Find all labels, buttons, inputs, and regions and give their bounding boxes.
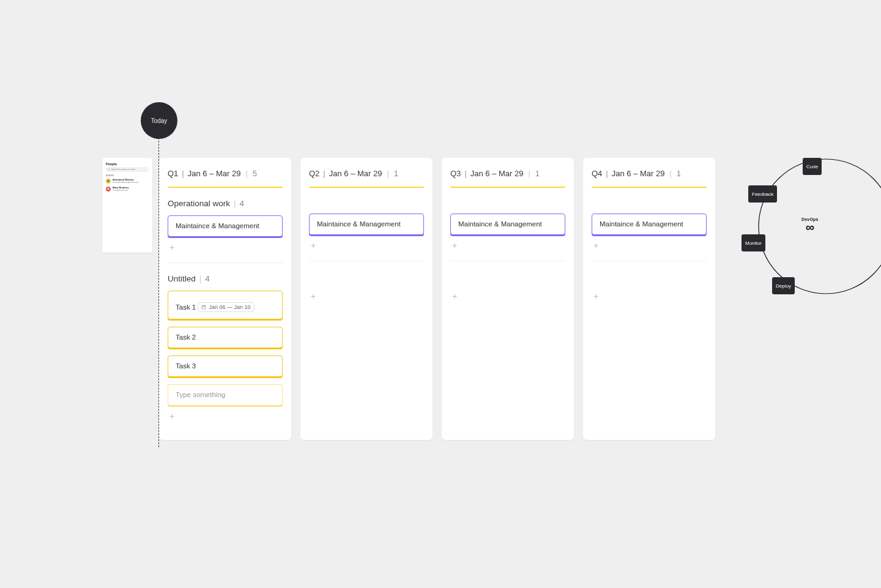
date-range: Jan 6 – Mar 29 <box>188 169 241 178</box>
plus-icon: + <box>311 292 316 300</box>
separator: | <box>525 169 533 178</box>
devops-node-monitor[interactable]: Monitor <box>742 234 765 251</box>
task-card-label: Task 2 <box>176 333 196 341</box>
task-card[interactable]: Maintaince & Management <box>309 214 424 235</box>
plus-icon: + <box>452 292 457 300</box>
quarter-label: Q2 <box>309 169 319 178</box>
date-range: Jan 6 – Mar 29 <box>612 169 665 178</box>
people-search-placeholder: Search by name or email <box>111 168 135 171</box>
column-q4: Q4 | Jan 6 – Mar 29 | 1 Maintaince & Man… <box>583 158 715 440</box>
devops-node-label: Code <box>806 164 818 169</box>
people-panel-title: People <box>106 162 149 166</box>
plus-icon: + <box>169 412 174 420</box>
task-card[interactable]: Task 2 <box>168 327 283 348</box>
plus-icon: + <box>169 243 174 251</box>
column-count: 5 <box>253 169 257 178</box>
plus-icon: + <box>593 292 598 300</box>
calendar-icon <box>201 305 206 310</box>
avatar: M <box>106 187 111 192</box>
add-card-button[interactable]: + <box>450 241 459 250</box>
section-count: 4 <box>240 199 245 208</box>
column-header: Q2 | Jan 6 – Mar 29 | 1 <box>309 169 424 178</box>
column-q2: Q2 | Jan 6 – Mar 29 | 1 Maintaince & Man… <box>300 158 433 440</box>
section-header: Untitled | 4 <box>168 274 283 283</box>
task-card-label: Maintaince & Management <box>176 222 259 229</box>
svg-line-1 <box>110 170 110 171</box>
add-card-button[interactable]: + <box>309 292 318 300</box>
separator: | <box>321 169 327 178</box>
search-icon <box>108 168 110 171</box>
task-card-label: Task 3 <box>176 362 196 370</box>
date-chip[interactable]: Jan 06 — Jan 10 <box>198 302 254 312</box>
people-group-label: ADMINS <box>106 174 149 177</box>
column-header: Q4 | Jan 6 – Mar 29 | 1 <box>592 169 707 178</box>
add-card-button[interactable]: + <box>592 292 600 300</box>
date-chip-label: Jan 06 — Jan 10 <box>209 304 250 310</box>
date-range: Jan 6 – Mar 29 <box>470 169 524 178</box>
devops-node-label: Monitor <box>745 240 762 246</box>
column-q1: Q1 | Jan 6 – Mar 29 | 5 Operational work… <box>159 158 291 440</box>
column-count: 1 <box>394 169 398 178</box>
plus-icon: + <box>452 241 457 250</box>
add-card-button[interactable]: + <box>309 241 318 250</box>
people-row[interactable]: A Anastasia Dimova anastasia.dimova@mova… <box>106 178 149 184</box>
quarter-label: Q1 <box>168 169 178 178</box>
section-divider <box>168 262 283 263</box>
section-title: Untitled <box>168 274 196 283</box>
separator: | <box>242 169 250 178</box>
devops-center: DevOps ∞ <box>801 217 819 232</box>
section-count: 4 <box>205 274 210 283</box>
devops-wheel: DevOps ∞ Code Feedback Monitor Deploy <box>734 156 881 340</box>
today-marker: Today <box>141 102 177 139</box>
avatar: A <box>106 179 111 184</box>
task-card-label: Task 1 <box>176 303 196 311</box>
devops-node-feedback[interactable]: Feedback <box>748 185 777 203</box>
svg-point-0 <box>108 169 110 170</box>
quarter-label: Q3 <box>450 169 461 178</box>
today-label: Today <box>151 117 168 124</box>
quarter-label: Q4 <box>592 169 602 178</box>
section-header: Operational work | 4 <box>168 199 283 208</box>
people-search-input[interactable]: Search by name or email <box>106 167 149 172</box>
date-range: Jan 6 – Mar 29 <box>329 169 382 178</box>
separator: | <box>230 199 240 208</box>
task-card-label: Maintaince & Management <box>317 220 401 228</box>
add-card-button[interactable]: + <box>168 243 176 251</box>
separator: | <box>604 169 609 178</box>
people-row[interactable]: M Mara Dimitrov mara@mova.com <box>106 186 149 192</box>
task-card-placeholder-label: Type something <box>176 391 225 398</box>
column-count: 1 <box>677 169 681 178</box>
devops-node-label: Deploy <box>776 283 791 289</box>
column-underline <box>168 187 283 188</box>
task-card-label: Maintaince & Management <box>458 220 542 228</box>
infinity-icon: ∞ <box>801 222 819 232</box>
people-panel: People Search by name or email ADMINS A … <box>102 158 152 253</box>
plus-icon: + <box>311 241 316 250</box>
column-header: Q3 | Jan 6 – Mar 29 | 1 <box>450 169 565 178</box>
section-title: Operational work <box>168 199 230 208</box>
add-card-button[interactable]: + <box>168 412 176 420</box>
task-card[interactable]: Maintaince & Management <box>592 214 707 235</box>
devops-node-code[interactable]: Code <box>803 158 822 175</box>
separator: | <box>666 169 674 178</box>
add-card-button[interactable]: + <box>450 292 459 300</box>
svg-point-6 <box>759 159 881 294</box>
quarter-board: Q1 | Jan 6 – Mar 29 | 5 Operational work… <box>159 158 715 440</box>
task-card[interactable]: Maintaince & Management <box>168 215 283 237</box>
column-header: Q1 | Jan 6 – Mar 29 | 5 <box>168 169 283 178</box>
person-email: anastasia.dimova@mova.com <box>113 181 139 184</box>
task-card[interactable]: Task 1 Jan 06 — Jan 10 <box>168 291 283 319</box>
column-count: 1 <box>535 169 540 178</box>
separator: | <box>384 169 392 178</box>
task-card[interactable]: Task 3 <box>168 355 283 377</box>
task-card-placeholder[interactable]: Type something <box>168 384 283 406</box>
separator: | <box>463 169 468 178</box>
plus-icon: + <box>593 241 598 250</box>
column-q3: Q3 | Jan 6 – Mar 29 | 1 Maintaince & Man… <box>442 158 574 440</box>
task-card[interactable]: Maintaince & Management <box>450 214 565 235</box>
add-card-button[interactable]: + <box>592 241 600 250</box>
separator: | <box>196 274 206 283</box>
person-email: mara@mova.com <box>113 189 129 192</box>
devops-node-label: Feedback <box>752 192 773 197</box>
devops-node-deploy[interactable]: Deploy <box>772 277 795 294</box>
